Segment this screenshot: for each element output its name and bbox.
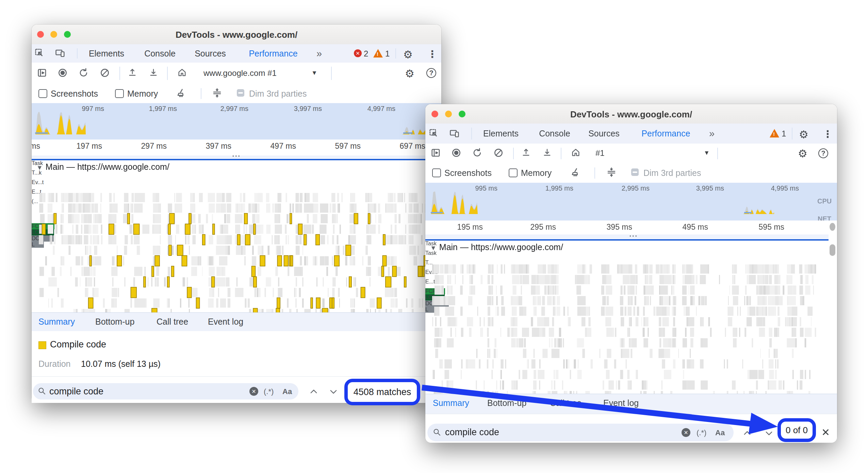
settings-gear-icon[interactable]: ⚙ — [403, 48, 413, 61]
w2-tab-sources[interactable]: Sources — [588, 124, 620, 144]
search-bar: compile code ✕ (.*) Aa 4508 matches — [32, 376, 441, 403]
details-tab-event-log[interactable]: Event log — [603, 398, 639, 408]
more-tabs-button[interactable]: » — [709, 124, 715, 144]
previous-match-icon[interactable] — [309, 387, 318, 398]
load-profile-icon[interactable] — [521, 148, 531, 157]
flame-scrollbar[interactable] — [830, 244, 835, 256]
search-query[interactable]: compile code — [445, 427, 499, 438]
track-header[interactable]: ▼Main — https://www.google.com/ — [430, 242, 563, 252]
clear-search-icon[interactable]: ✕ — [682, 428, 690, 437]
scrollbar-dot[interactable] — [830, 223, 835, 231]
title-bar[interactable]: DevTools - www.google.com/ — [32, 25, 441, 45]
search-query[interactable]: compile code — [49, 386, 103, 397]
history-select-arrow-icon[interactable]: ▼ — [704, 149, 710, 157]
record-icon[interactable] — [451, 148, 461, 158]
details-tab-bottom-up[interactable]: Bottom-up — [95, 317, 134, 327]
w1-tab-performance[interactable]: Performance — [249, 44, 297, 63]
track-divider[interactable]: ⋯ — [32, 154, 441, 160]
live-metrics-icon[interactable] — [177, 68, 187, 77]
match-case-toggle[interactable]: Aa — [715, 428, 725, 437]
w2-tab-performance[interactable]: Performance — [641, 124, 690, 144]
device-toolbar-icon[interactable] — [55, 48, 66, 58]
match-case-toggle[interactable]: Aa — [282, 387, 292, 396]
memory-checkbox[interactable] — [115, 89, 124, 98]
capture-settings-gear-icon[interactable]: ⚙ — [798, 147, 807, 160]
help-icon[interactable]: ? — [426, 68, 436, 78]
timeline-overview[interactable]: 997 ms1,997 ms2,997 ms3,997 ms4,997 ms — [32, 103, 441, 140]
w1-tab-console[interactable]: Console — [144, 44, 176, 63]
title-bar[interactable]: DevTools - www.google.com/ — [425, 104, 837, 124]
show-sidebar-icon[interactable] — [431, 148, 441, 158]
clear-search-icon[interactable]: ✕ — [249, 387, 258, 396]
perf-toolbar: www.google.com #1 ▼ ⚙ ? — [32, 63, 441, 84]
next-match-icon[interactable] — [764, 428, 774, 439]
w2-tab-console[interactable]: Console — [539, 124, 570, 144]
dim-3rd-parties-checkbox[interactable] — [237, 89, 244, 97]
reload-and-record-icon[interactable] — [79, 68, 89, 78]
capture-settings-gear-icon[interactable]: ⚙ — [405, 67, 414, 80]
screenshots-checkbox[interactable] — [38, 89, 47, 98]
record-icon[interactable] — [58, 68, 68, 78]
regex-toggle[interactable]: (.*) — [697, 428, 706, 437]
gc-broom-icon[interactable] — [571, 167, 581, 178]
warning-icon[interactable] — [373, 49, 383, 58]
track-header[interactable]: ▼Main — https://www.google.com/ — [36, 162, 169, 172]
screenshots-checkbox[interactable] — [432, 168, 441, 177]
gc-broom-icon[interactable] — [176, 88, 186, 98]
track-expand-icon[interactable]: ▼ — [36, 164, 43, 171]
close-search-icon[interactable]: ✕ — [821, 426, 830, 438]
timeline-overview[interactable]: 995 ms1,995 ms2,995 ms3,995 ms4,995 msCP… — [425, 183, 837, 221]
details-tab-event-log[interactable]: Event log — [208, 317, 243, 327]
history-select-arrow-icon[interactable]: ▼ — [311, 69, 317, 77]
warning-count[interactable]: 1 — [782, 129, 786, 138]
devtools-window-1: DevTools - www.google.com/ » ✕ 2 1 ⚙ ⋮ E… — [32, 25, 441, 403]
kebab-menu-icon[interactable]: ⋮ — [427, 48, 437, 60]
details-tab-summary[interactable]: Summary — [433, 398, 469, 408]
collapse-sections-icon[interactable] — [212, 88, 222, 98]
inspect-icon[interactable] — [34, 48, 45, 58]
warning-icon[interactable] — [770, 129, 779, 137]
load-profile-icon[interactable] — [128, 68, 137, 77]
warning-count[interactable]: 1 — [385, 49, 390, 59]
w1-tab-elements[interactable]: Elements — [89, 44, 124, 63]
error-count[interactable]: 2 — [364, 49, 368, 59]
window-title: DevTools - www.google.com/ — [32, 30, 441, 40]
details-tab-bottom-up[interactable]: Bottom-up — [487, 398, 526, 408]
kebab-menu-icon[interactable]: ⋮ — [823, 128, 833, 140]
device-toolbar-icon[interactable] — [449, 128, 460, 138]
clear-icon[interactable] — [100, 68, 110, 78]
show-sidebar-icon[interactable] — [37, 68, 47, 78]
history-select[interactable]: #1 — [595, 148, 605, 158]
inspect-icon[interactable] — [429, 128, 439, 138]
details-tab-call-tree[interactable]: Call tree — [550, 398, 582, 408]
w1-tab-sources[interactable]: Sources — [195, 44, 226, 63]
settings-gear-icon[interactable]: ⚙ — [799, 128, 808, 141]
flame-chart[interactable]: ▼Main — https://www.google.com/TaskTaskT… — [425, 241, 837, 394]
track-expand-icon[interactable]: ▼ — [430, 244, 437, 251]
clear-icon[interactable] — [493, 148, 504, 158]
help-icon[interactable]: ? — [818, 148, 828, 158]
regex-toggle[interactable]: (.*) — [264, 387, 274, 396]
flame-chart-canvas[interactable] — [33, 160, 440, 312]
details-tab-call-tree[interactable]: Call tree — [157, 317, 188, 327]
memory-label: Memory — [521, 168, 552, 178]
previous-match-icon[interactable] — [742, 428, 752, 439]
save-profile-icon[interactable] — [149, 68, 158, 77]
flame-chart-canvas[interactable] — [427, 241, 829, 394]
error-badge-icon[interactable]: ✕ — [354, 49, 362, 57]
history-select[interactable]: www.google.com #1 — [203, 68, 277, 78]
summary-panel: Compile code Duration 10.07 ms (self 13 … — [32, 331, 441, 377]
reload-and-record-icon[interactable] — [472, 148, 482, 158]
dim-3rd-parties-checkbox[interactable] — [631, 168, 639, 176]
track-divider[interactable]: ⋯ — [425, 233, 837, 241]
next-match-icon[interactable] — [329, 387, 338, 398]
more-tabs-button[interactable]: » — [316, 44, 322, 63]
dim-3rd-parties-label: Dim 3rd parties — [643, 168, 701, 178]
flame-chart[interactable]: ▼Main — https://www.google.com/TaskT...k… — [32, 160, 441, 312]
w2-tab-elements[interactable]: Elements — [483, 124, 519, 144]
memory-checkbox[interactable] — [509, 168, 518, 177]
live-metrics-icon[interactable] — [571, 148, 580, 157]
details-tab-summary[interactable]: Summary — [38, 317, 75, 327]
save-profile-icon[interactable] — [542, 148, 552, 157]
collapse-sections-icon[interactable] — [606, 167, 617, 177]
